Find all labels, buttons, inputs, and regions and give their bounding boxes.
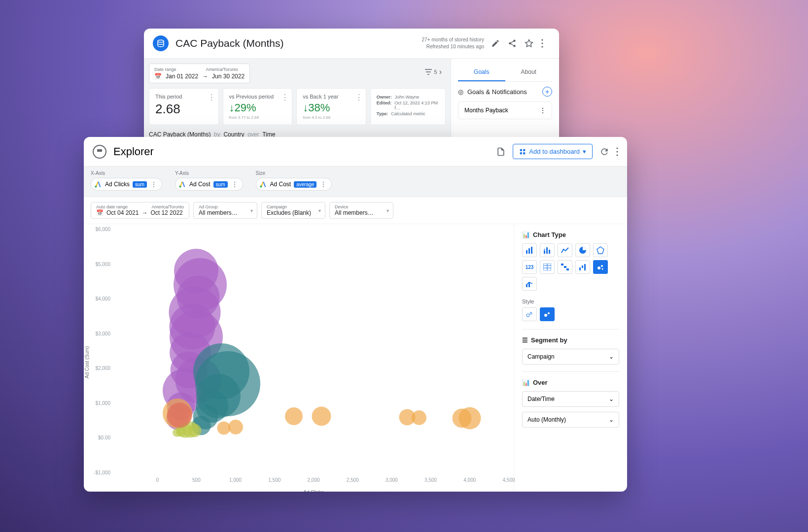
x-tick: 2,500	[347, 477, 359, 483]
campaign-filter[interactable]: Campaign Excludes (Blank) ▾	[261, 202, 325, 219]
chevron-down-icon: ▾	[583, 148, 586, 155]
y-tick: $1,000	[95, 400, 110, 405]
more-icon[interactable]: ⋮	[319, 181, 327, 188]
chart-type-radar[interactable]	[593, 243, 608, 257]
bubble-point[interactable]	[412, 410, 426, 425]
chart-type-table[interactable]	[540, 260, 555, 274]
svg-point-13	[260, 186, 262, 188]
edit-icon[interactable]	[491, 39, 500, 48]
google-ads-icon	[178, 180, 186, 188]
share-icon[interactable]	[508, 39, 517, 48]
cac-main: Date rangeAmerica/Toronto 📅 Jan 01 2022 …	[144, 59, 451, 143]
bubble-point[interactable]	[188, 424, 202, 437]
bubble-point[interactable]	[167, 402, 192, 428]
size-pill[interactable]: Ad Cost average ⋮	[256, 178, 332, 191]
cac-title: CAC Payback (Months)	[176, 37, 422, 49]
y-tick: -$1,000	[94, 470, 110, 475]
chart-type-number[interactable]: 123	[522, 260, 537, 274]
svg-point-1	[541, 39, 543, 40]
bar-icon: 📊	[522, 379, 530, 386]
x-tick: 1,500	[268, 477, 281, 483]
cac-sidebar: Goals About ◎ Goals & Notifications + Mo…	[451, 59, 559, 143]
chevron-down-icon: ▾	[250, 208, 253, 213]
style-outline[interactable]	[522, 307, 537, 321]
star-icon[interactable]	[525, 39, 533, 48]
goal-item[interactable]: Months Payback ⋮	[458, 101, 552, 119]
svg-rect-19	[546, 247, 548, 254]
chart-type-waterfall[interactable]	[575, 260, 590, 274]
bubble-chart: Ad Cost (Sum) -$1,000$0.00$1,000$2,000$3…	[84, 224, 514, 492]
tab-about[interactable]: About	[505, 64, 553, 81]
adgroup-filter[interactable]: Ad Group All members… ▾	[193, 202, 257, 219]
bubble-point[interactable]	[173, 428, 181, 437]
x-axis-pill[interactable]: Ad Clicks sum ⋮	[91, 178, 162, 191]
chart-config-panel: 📊Chart Type 123 Style ☰Segment by	[514, 224, 627, 492]
y-tick: $6,000	[95, 227, 110, 232]
svg-marker-22	[597, 247, 604, 254]
x-tick: 3,500	[424, 477, 437, 483]
svg-point-10	[616, 154, 618, 156]
more-icon[interactable]: ⋮	[231, 181, 239, 188]
svg-rect-31	[582, 266, 583, 268]
y-tick: $0.00	[98, 435, 110, 440]
device-filter[interactable]: Device All members… ▾	[329, 202, 393, 219]
svg-point-40	[544, 314, 547, 317]
kpi-more-icon[interactable]: ⋮	[281, 93, 289, 102]
svg-rect-27	[561, 264, 563, 266]
refresh-icon[interactable]	[599, 147, 609, 157]
over-select-1[interactable]: Date/Time⌄	[522, 391, 619, 407]
x-axis-label: Ad Clicks	[303, 490, 324, 492]
more-icon[interactable]: ⋮	[540, 107, 546, 114]
tab-goals[interactable]: Goals	[458, 64, 505, 81]
chart-type-combo[interactable]	[522, 277, 537, 291]
svg-rect-29	[566, 268, 569, 270]
save-icon[interactable]	[496, 147, 506, 157]
date-to: Jun 30 2022	[212, 73, 245, 80]
google-ads-icon	[94, 180, 102, 188]
y-tick: $4,000	[95, 296, 110, 301]
date-range-picker[interactable]: Date rangeAmerica/Toronto 📅 Jan 01 2022 …	[149, 64, 250, 83]
chart-type-pie[interactable]	[575, 243, 590, 257]
kpi-vs-year: ⋮ vs Back 1 year ↓38% from 4.3 to 2.68	[296, 88, 366, 125]
arrow-right-icon: →	[202, 73, 208, 80]
metric-icon	[153, 35, 169, 51]
y-tick: $5,000	[95, 261, 110, 266]
x-tick: 3,000	[386, 477, 398, 483]
chart-type-stacked-bar[interactable]	[540, 243, 555, 257]
filter-button[interactable]: 5 ›	[421, 64, 446, 80]
add-to-dashboard-button[interactable]: Add to dashboard ▾	[513, 144, 593, 159]
cac-header: CAC Payback (Months) 27+ months of store…	[144, 29, 559, 59]
bubble-point[interactable]	[458, 407, 481, 429]
y-axis-pill[interactable]: Ad Cost sum ⋮	[175, 178, 243, 191]
kpi-more-icon[interactable]: ⋮	[355, 93, 363, 102]
kpi-this-period-value: 2.68	[155, 101, 212, 117]
bubble-point[interactable]	[285, 407, 303, 425]
explorer-title: Explorer	[113, 145, 496, 158]
chart-type-heatmap[interactable]	[558, 260, 572, 274]
chart-type-line[interactable]	[558, 243, 572, 257]
bubble-point[interactable]	[312, 407, 331, 426]
svg-rect-37	[528, 283, 530, 287]
axis-config-bar: X-Axis Ad Clicks sum ⋮ Y-Axis Ad Cost su…	[84, 166, 627, 197]
chart-type-heading: 📊Chart Type	[522, 231, 619, 238]
more-icon[interactable]	[541, 39, 550, 48]
style-filled[interactable]	[540, 307, 555, 321]
over-heading: 📊Over	[522, 379, 619, 386]
explorer-header: Explorer Add to dashboard ▾	[84, 137, 627, 166]
segment-select[interactable]: Campaign⌄	[522, 349, 619, 365]
add-goal-button[interactable]: +	[542, 87, 552, 97]
x-tick: 4,500	[502, 477, 515, 483]
date-filter[interactable]: Auto date rangeAmerica/Toronto 📅Oct 04 2…	[91, 202, 189, 219]
more-icon[interactable]	[616, 147, 618, 156]
svg-rect-7	[524, 152, 526, 154]
svg-rect-6	[520, 152, 522, 154]
over-select-2[interactable]: Auto (Monthly)⌄	[522, 412, 619, 428]
kpi-more-icon[interactable]: ⋮	[208, 93, 215, 102]
bubble-point[interactable]	[217, 421, 230, 434]
more-icon[interactable]: ⋮	[150, 181, 158, 188]
svg-rect-30	[579, 267, 581, 270]
x-tick: 4,000	[463, 477, 476, 483]
svg-point-35	[602, 268, 603, 270]
chart-type-bubble[interactable]	[593, 260, 608, 274]
chart-type-bar[interactable]	[522, 243, 537, 257]
